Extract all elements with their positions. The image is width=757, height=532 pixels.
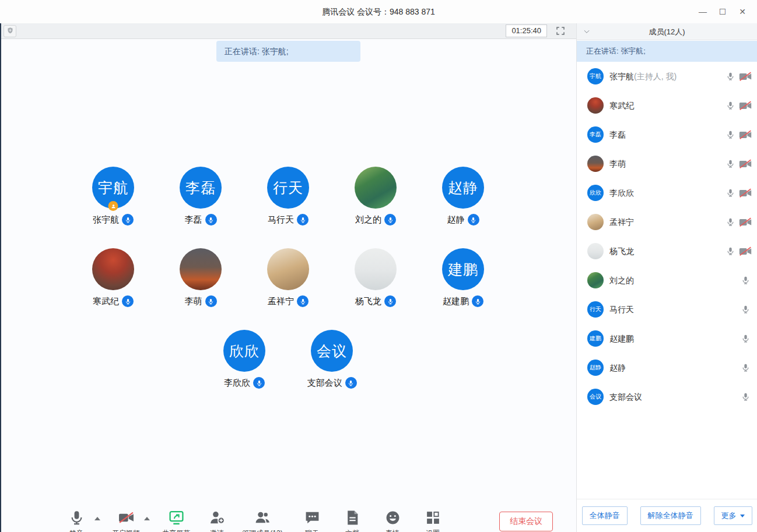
chat-icon [304,510,320,526]
invite-icon [209,510,225,526]
participant-tile[interactable]: 刘之的 [332,167,419,226]
participant-tile[interactable]: 李萌 [157,248,244,307]
meeting-security-button[interactable] [3,25,16,37]
apps-icon [425,510,441,526]
member-row[interactable]: 宇航张宇航(主持人, 我) [577,62,757,91]
microphone-on-icon [205,295,217,307]
participant-tile[interactable]: 杨飞龙 [332,248,419,307]
maximize-button[interactable]: ☐ [713,0,733,23]
participant-name: 杨飞龙 [355,296,381,307]
members-panel-footer: 全体静音 解除全体静音 更多 [577,499,757,532]
member-avatar: 宇航 [587,68,604,84]
participant-tile[interactable]: 李磊李磊 [157,167,244,226]
toolbar-options-arrow[interactable] [94,517,100,520]
member-row[interactable]: 欣欣李欣欣 [577,178,757,207]
member-camera-off-icon[interactable] [738,159,752,169]
participant-grid-row-3: 欣欣李欣欣会议支部会议 [0,330,576,389]
participant-tile[interactable]: 孟祥宁 [244,248,332,307]
more-button[interactable]: 更多 [714,506,752,525]
toolbar-options-arrow[interactable] [144,517,150,520]
member-row[interactable]: 李磊李磊 [577,120,757,149]
member-row[interactable]: 建鹏赵建鹏 [577,324,757,353]
participant-name: 马行天 [268,214,294,226]
members-icon [255,510,271,526]
member-row[interactable]: 赵静赵静 [577,353,757,382]
toolbar-item-camera-off[interactable]: 开启视频 [101,510,150,532]
member-camera-off-icon[interactable] [738,217,752,227]
member-microphone-icon[interactable] [726,187,735,199]
member-row[interactable]: 寒武纪 [577,91,757,120]
microphone-on-icon [122,214,134,226]
participant-name-row: 寒武纪 [93,295,134,307]
participant-name-row: 杨飞龙 [355,295,396,307]
member-row[interactable]: 杨飞龙 [577,237,757,266]
shield-icon [6,26,14,37]
member-microphone-icon[interactable] [726,71,735,82]
member-microphone-icon[interactable] [726,129,735,140]
toolbar-item-label: 邀请 [210,529,224,532]
member-row[interactable]: 会议支部会议 [577,382,757,411]
member-avatar: 欣欣 [587,185,604,201]
participant-name: 赵建鹏 [443,296,469,307]
end-meeting-button[interactable]: 结束会议 [499,512,553,531]
minimize-button[interactable]: — [693,0,713,23]
member-avatar [587,272,604,288]
member-microphone-icon[interactable] [726,216,735,228]
microphone-on-icon [122,295,134,307]
member-name: 寒武纪 [609,91,634,120]
member-camera-off-icon[interactable] [738,130,752,140]
participant-photo-avatar [92,248,134,290]
member-camera-off-icon[interactable] [738,72,752,82]
toolbar-item-label: 聊天 [305,529,319,532]
member-role-suffix: (主持人, 我) [634,72,677,81]
mute-all-button[interactable]: 全体静音 [582,506,628,525]
member-microphone-icon[interactable] [726,100,735,111]
member-microphone-icon[interactable] [741,274,750,286]
member-microphone-icon[interactable] [741,304,750,315]
participant-tile[interactable]: 建鹏赵建鹏 [419,248,507,307]
member-camera-off-icon[interactable] [738,188,752,198]
participant-tile[interactable]: 行天马行天 [244,167,332,226]
member-microphone-icon[interactable] [741,362,750,374]
member-microphone-icon[interactable] [741,391,750,403]
toolbar-item-members[interactable]: 管理成员(12) [238,510,287,532]
member-microphone-icon[interactable] [726,245,735,257]
participant-tile[interactable]: 赵静赵静 [419,167,507,226]
emoji-icon [385,510,401,526]
window-controls: — ☐ ✕ [693,0,752,23]
participant-tile[interactable]: 欣欣李欣欣 [201,330,288,389]
fullscreen-button[interactable] [555,26,567,36]
member-row[interactable]: 行天马行天 [577,295,757,324]
member-microphone-icon[interactable] [726,158,735,170]
participant-name: 寒武纪 [93,296,119,307]
participant-name: 赵静 [447,214,465,226]
member-row[interactable]: 孟祥宁 [577,207,757,237]
member-microphone-icon[interactable] [741,333,750,344]
member-name: 赵静 [609,353,626,382]
member-avatar: 李磊 [587,126,604,143]
participant-grid-row-1: 宇航张宇航李磊李磊行天马行天刘之的赵静赵静 [0,167,576,226]
member-camera-off-icon[interactable] [738,246,752,256]
microphone-on-icon [205,214,217,226]
participant-tile[interactable]: 宇航张宇航 [69,167,157,226]
participant-name: 支部会议 [307,378,342,389]
member-avatar: 赵静 [587,360,604,376]
member-name: 赵建鹏 [609,324,634,353]
participant-tile[interactable]: 寒武纪 [69,248,157,307]
participant-name: 李萌 [185,296,202,307]
toolbar-item-microphone[interactable]: 静音 [52,510,101,532]
member-name: 李磊 [609,120,626,149]
microphone-on-icon [472,295,483,307]
member-row[interactable]: 刘之的 [577,266,757,295]
participant-tile[interactable]: 会议支部会议 [288,330,376,389]
close-button[interactable]: ✕ [733,0,752,23]
participant-initials-avatar: 行天 [267,167,309,209]
participant-photo-avatar [180,248,222,290]
toolbar-item-label: 表情 [385,529,399,532]
member-camera-off-icon[interactable] [738,101,752,111]
unmute-all-button[interactable]: 解除全体静音 [640,506,701,525]
toolbar-item-invite[interactable]: 邀请 [192,510,241,532]
camera-off-icon [118,510,134,526]
toolbar-item-apps[interactable]: 设置 [408,510,457,532]
member-row[interactable]: 李萌 [577,149,757,178]
